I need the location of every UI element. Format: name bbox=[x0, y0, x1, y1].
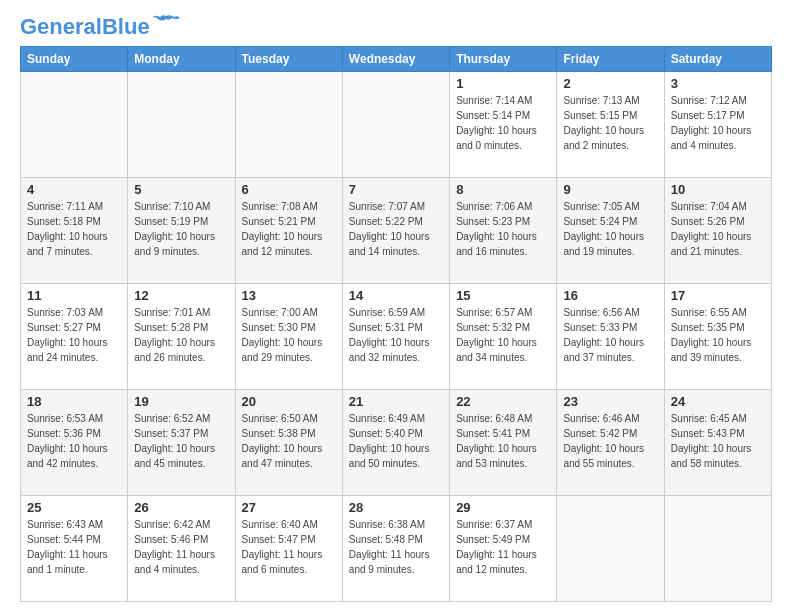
day-number: 24 bbox=[671, 394, 765, 409]
day-info: Sunrise: 7:10 AM Sunset: 5:19 PM Dayligh… bbox=[134, 199, 228, 259]
table-row: 2Sunrise: 7:13 AM Sunset: 5:15 PM Daylig… bbox=[557, 72, 664, 178]
day-number: 29 bbox=[456, 500, 550, 515]
day-number: 8 bbox=[456, 182, 550, 197]
calendar-week-row: 1Sunrise: 7:14 AM Sunset: 5:14 PM Daylig… bbox=[21, 72, 772, 178]
day-number: 23 bbox=[563, 394, 657, 409]
table-row: 18Sunrise: 6:53 AM Sunset: 5:36 PM Dayli… bbox=[21, 390, 128, 496]
logo-bird-icon bbox=[152, 14, 180, 32]
table-row: 9Sunrise: 7:05 AM Sunset: 5:24 PM Daylig… bbox=[557, 178, 664, 284]
day-info: Sunrise: 6:59 AM Sunset: 5:31 PM Dayligh… bbox=[349, 305, 443, 365]
day-number: 5 bbox=[134, 182, 228, 197]
table-row: 26Sunrise: 6:42 AM Sunset: 5:46 PM Dayli… bbox=[128, 496, 235, 602]
day-number: 15 bbox=[456, 288, 550, 303]
day-number: 6 bbox=[242, 182, 336, 197]
table-row: 6Sunrise: 7:08 AM Sunset: 5:21 PM Daylig… bbox=[235, 178, 342, 284]
day-number: 26 bbox=[134, 500, 228, 515]
table-row: 14Sunrise: 6:59 AM Sunset: 5:31 PM Dayli… bbox=[342, 284, 449, 390]
day-number: 11 bbox=[27, 288, 121, 303]
day-info: Sunrise: 6:38 AM Sunset: 5:48 PM Dayligh… bbox=[349, 517, 443, 577]
calendar-table: Sunday Monday Tuesday Wednesday Thursday… bbox=[20, 46, 772, 602]
calendar-week-row: 18Sunrise: 6:53 AM Sunset: 5:36 PM Dayli… bbox=[21, 390, 772, 496]
day-info: Sunrise: 7:14 AM Sunset: 5:14 PM Dayligh… bbox=[456, 93, 550, 153]
table-row: 27Sunrise: 6:40 AM Sunset: 5:47 PM Dayli… bbox=[235, 496, 342, 602]
header-friday: Friday bbox=[557, 47, 664, 72]
table-row: 5Sunrise: 7:10 AM Sunset: 5:19 PM Daylig… bbox=[128, 178, 235, 284]
table-row: 1Sunrise: 7:14 AM Sunset: 5:14 PM Daylig… bbox=[450, 72, 557, 178]
day-number: 10 bbox=[671, 182, 765, 197]
day-info: Sunrise: 7:07 AM Sunset: 5:22 PM Dayligh… bbox=[349, 199, 443, 259]
table-row: 25Sunrise: 6:43 AM Sunset: 5:44 PM Dayli… bbox=[21, 496, 128, 602]
day-info: Sunrise: 6:43 AM Sunset: 5:44 PM Dayligh… bbox=[27, 517, 121, 577]
table-row: 11Sunrise: 7:03 AM Sunset: 5:27 PM Dayli… bbox=[21, 284, 128, 390]
day-number: 2 bbox=[563, 76, 657, 91]
header-thursday: Thursday bbox=[450, 47, 557, 72]
day-info: Sunrise: 7:06 AM Sunset: 5:23 PM Dayligh… bbox=[456, 199, 550, 259]
table-row bbox=[342, 72, 449, 178]
day-info: Sunrise: 7:03 AM Sunset: 5:27 PM Dayligh… bbox=[27, 305, 121, 365]
table-row: 10Sunrise: 7:04 AM Sunset: 5:26 PM Dayli… bbox=[664, 178, 771, 284]
day-info: Sunrise: 7:01 AM Sunset: 5:28 PM Dayligh… bbox=[134, 305, 228, 365]
day-info: Sunrise: 6:52 AM Sunset: 5:37 PM Dayligh… bbox=[134, 411, 228, 471]
logo-blue: Blue bbox=[102, 14, 150, 39]
day-info: Sunrise: 6:56 AM Sunset: 5:33 PM Dayligh… bbox=[563, 305, 657, 365]
table-row: 20Sunrise: 6:50 AM Sunset: 5:38 PM Dayli… bbox=[235, 390, 342, 496]
table-row bbox=[235, 72, 342, 178]
header-wednesday: Wednesday bbox=[342, 47, 449, 72]
day-number: 18 bbox=[27, 394, 121, 409]
header-tuesday: Tuesday bbox=[235, 47, 342, 72]
day-info: Sunrise: 6:45 AM Sunset: 5:43 PM Dayligh… bbox=[671, 411, 765, 471]
table-row: 16Sunrise: 6:56 AM Sunset: 5:33 PM Dayli… bbox=[557, 284, 664, 390]
day-number: 4 bbox=[27, 182, 121, 197]
calendar-week-row: 4Sunrise: 7:11 AM Sunset: 5:18 PM Daylig… bbox=[21, 178, 772, 284]
table-row: 21Sunrise: 6:49 AM Sunset: 5:40 PM Dayli… bbox=[342, 390, 449, 496]
day-info: Sunrise: 6:40 AM Sunset: 5:47 PM Dayligh… bbox=[242, 517, 336, 577]
day-number: 28 bbox=[349, 500, 443, 515]
header: GeneralBlue bbox=[20, 16, 772, 38]
table-row bbox=[557, 496, 664, 602]
day-number: 19 bbox=[134, 394, 228, 409]
table-row: 7Sunrise: 7:07 AM Sunset: 5:22 PM Daylig… bbox=[342, 178, 449, 284]
day-number: 9 bbox=[563, 182, 657, 197]
day-info: Sunrise: 6:46 AM Sunset: 5:42 PM Dayligh… bbox=[563, 411, 657, 471]
header-saturday: Saturday bbox=[664, 47, 771, 72]
day-number: 25 bbox=[27, 500, 121, 515]
table-row: 15Sunrise: 6:57 AM Sunset: 5:32 PM Dayli… bbox=[450, 284, 557, 390]
day-number: 7 bbox=[349, 182, 443, 197]
table-row: 4Sunrise: 7:11 AM Sunset: 5:18 PM Daylig… bbox=[21, 178, 128, 284]
header-sunday: Sunday bbox=[21, 47, 128, 72]
table-row: 23Sunrise: 6:46 AM Sunset: 5:42 PM Dayli… bbox=[557, 390, 664, 496]
day-info: Sunrise: 6:42 AM Sunset: 5:46 PM Dayligh… bbox=[134, 517, 228, 577]
day-info: Sunrise: 6:57 AM Sunset: 5:32 PM Dayligh… bbox=[456, 305, 550, 365]
table-row bbox=[664, 496, 771, 602]
day-number: 16 bbox=[563, 288, 657, 303]
day-info: Sunrise: 6:48 AM Sunset: 5:41 PM Dayligh… bbox=[456, 411, 550, 471]
table-row: 13Sunrise: 7:00 AM Sunset: 5:30 PM Dayli… bbox=[235, 284, 342, 390]
day-info: Sunrise: 7:08 AM Sunset: 5:21 PM Dayligh… bbox=[242, 199, 336, 259]
day-info: Sunrise: 7:00 AM Sunset: 5:30 PM Dayligh… bbox=[242, 305, 336, 365]
day-info: Sunrise: 7:04 AM Sunset: 5:26 PM Dayligh… bbox=[671, 199, 765, 259]
day-info: Sunrise: 7:11 AM Sunset: 5:18 PM Dayligh… bbox=[27, 199, 121, 259]
table-row: 28Sunrise: 6:38 AM Sunset: 5:48 PM Dayli… bbox=[342, 496, 449, 602]
table-row: 3Sunrise: 7:12 AM Sunset: 5:17 PM Daylig… bbox=[664, 72, 771, 178]
logo: GeneralBlue bbox=[20, 16, 180, 38]
table-row: 17Sunrise: 6:55 AM Sunset: 5:35 PM Dayli… bbox=[664, 284, 771, 390]
table-row bbox=[21, 72, 128, 178]
day-number: 14 bbox=[349, 288, 443, 303]
day-number: 3 bbox=[671, 76, 765, 91]
logo-general: General bbox=[20, 14, 102, 39]
day-number: 21 bbox=[349, 394, 443, 409]
day-number: 17 bbox=[671, 288, 765, 303]
table-row: 19Sunrise: 6:52 AM Sunset: 5:37 PM Dayli… bbox=[128, 390, 235, 496]
day-number: 13 bbox=[242, 288, 336, 303]
table-row bbox=[128, 72, 235, 178]
header-monday: Monday bbox=[128, 47, 235, 72]
table-row: 22Sunrise: 6:48 AM Sunset: 5:41 PM Dayli… bbox=[450, 390, 557, 496]
logo-text: GeneralBlue bbox=[20, 16, 150, 38]
table-row: 29Sunrise: 6:37 AM Sunset: 5:49 PM Dayli… bbox=[450, 496, 557, 602]
calendar-page: GeneralBlue Sunday Monday Tuesday Wednes… bbox=[0, 0, 792, 612]
table-row: 12Sunrise: 7:01 AM Sunset: 5:28 PM Dayli… bbox=[128, 284, 235, 390]
day-info: Sunrise: 6:37 AM Sunset: 5:49 PM Dayligh… bbox=[456, 517, 550, 577]
day-info: Sunrise: 6:49 AM Sunset: 5:40 PM Dayligh… bbox=[349, 411, 443, 471]
day-info: Sunrise: 6:53 AM Sunset: 5:36 PM Dayligh… bbox=[27, 411, 121, 471]
day-number: 12 bbox=[134, 288, 228, 303]
